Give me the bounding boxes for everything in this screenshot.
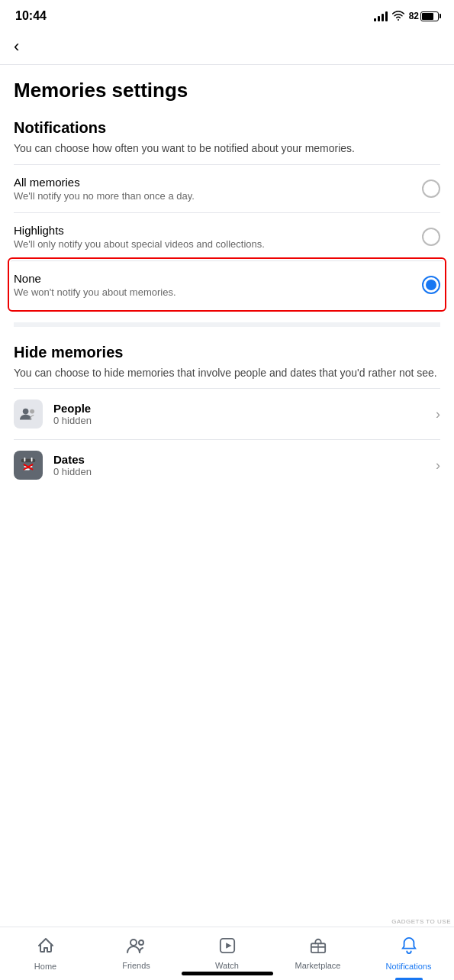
hide-memories-desc: You can choose to hide memories that inv… xyxy=(14,366,440,389)
all-memories-label: All memories xyxy=(14,176,195,189)
back-bar: ‹ xyxy=(0,29,454,65)
nav-friends[interactable]: Friends xyxy=(91,927,182,980)
battery-icon xyxy=(420,11,439,21)
signal-icon xyxy=(374,11,388,21)
nav-marketplace[interactable]: Marketplace xyxy=(272,927,363,980)
watch-icon xyxy=(219,937,236,959)
status-time: 10:44 xyxy=(15,9,47,23)
svg-point-0 xyxy=(398,19,399,21)
dates-item[interactable]: Dates 0 hidden › xyxy=(14,439,440,490)
friends-icon xyxy=(127,937,147,959)
highlights-option[interactable]: Highlights We'll only notify you about s… xyxy=(14,212,440,260)
home-icon xyxy=(37,936,55,959)
svg-point-12 xyxy=(139,940,143,945)
bell-icon xyxy=(401,936,417,959)
battery-level: 82 xyxy=(409,11,419,21)
none-option[interactable]: None We won't notify you about memories. xyxy=(11,260,443,309)
notifications-description: You can choose how often you want to be … xyxy=(14,141,440,164)
people-chevron: › xyxy=(436,406,440,422)
notifications-section-title: Notifications xyxy=(14,113,440,141)
nav-home[interactable]: Home xyxy=(0,927,91,980)
notifications-section: Notifications You can choose how often y… xyxy=(14,113,440,309)
nav-notifications[interactable]: Notifications xyxy=(363,927,454,980)
hide-memories-title: Hide memories xyxy=(14,338,440,366)
dates-label: Dates xyxy=(53,453,92,466)
marketplace-label: Marketplace xyxy=(295,961,341,970)
back-button[interactable]: ‹ xyxy=(14,37,19,56)
page-title: Memories settings xyxy=(14,65,440,113)
svg-point-1 xyxy=(23,409,29,415)
people-icon xyxy=(14,399,43,429)
none-radio[interactable] xyxy=(422,276,440,294)
svg-rect-4 xyxy=(21,459,35,463)
watermark: GADGETS TO USE xyxy=(391,918,451,925)
watch-label: Watch xyxy=(215,961,239,970)
main-content: Memories settings Notifications You can … xyxy=(0,65,454,490)
status-bar: 10:44 82 xyxy=(0,0,454,29)
status-icons: 82 xyxy=(374,10,439,23)
none-label: None xyxy=(14,272,176,285)
svg-point-11 xyxy=(130,940,137,946)
all-memories-radio[interactable] xyxy=(422,180,440,198)
svg-marker-14 xyxy=(226,943,231,948)
highlights-label: Highlights xyxy=(14,224,265,237)
highlights-radio[interactable] xyxy=(422,228,440,246)
highlights-sub: We'll only notify you about special vide… xyxy=(14,238,265,250)
battery-indicator: 82 xyxy=(409,11,439,21)
friends-label: Friends xyxy=(122,961,150,970)
all-memories-sub: We'll notify you no more than once a day… xyxy=(14,190,195,202)
all-memories-option[interactable]: All memories We'll notify you no more th… xyxy=(14,164,440,212)
home-label: Home xyxy=(34,962,56,971)
marketplace-icon xyxy=(310,937,327,959)
svg-point-2 xyxy=(30,409,34,414)
dates-chevron: › xyxy=(436,458,440,474)
home-indicator xyxy=(182,972,273,975)
none-sub: We won't notify you about memories. xyxy=(14,286,176,298)
hide-memories-section: Hide memories You can choose to hide mem… xyxy=(14,322,440,491)
dates-hidden-count: 0 hidden xyxy=(53,466,92,477)
notifications-label: Notifications xyxy=(386,962,432,971)
dates-icon xyxy=(14,451,43,480)
people-item[interactable]: People 0 hidden › xyxy=(14,388,440,439)
wifi-icon xyxy=(392,10,404,23)
people-hidden-count: 0 hidden xyxy=(53,415,92,426)
people-label: People xyxy=(53,402,92,415)
